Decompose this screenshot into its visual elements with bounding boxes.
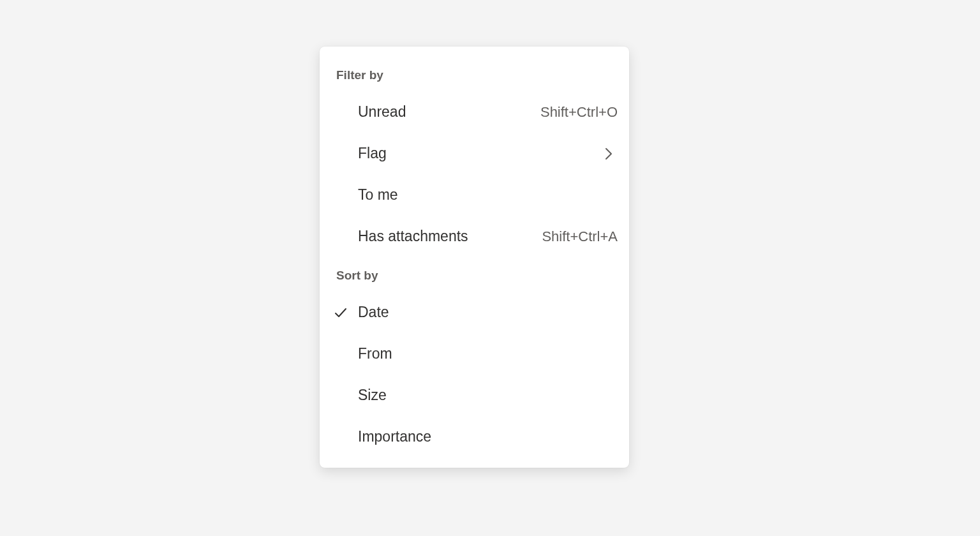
menu-item-label: Unread	[358, 103, 533, 121]
menu-item-label: Has attachments	[358, 228, 534, 245]
checkmark-icon	[334, 306, 358, 320]
sort-importance[interactable]: Importance	[320, 416, 629, 458]
filter-has-attachments[interactable]: Has attachments Shift+Ctrl+A	[320, 216, 629, 257]
sort-date[interactable]: Date	[320, 292, 629, 333]
filter-flag[interactable]: Flag	[320, 133, 629, 174]
menu-item-label: Flag	[358, 145, 600, 162]
menu-item-label: From	[358, 345, 618, 362]
chevron-right-icon	[600, 147, 618, 161]
menu-item-label: To me	[358, 186, 618, 204]
keyboard-shortcut: Shift+Ctrl+A	[542, 228, 618, 245]
sort-by-header: Sort by	[320, 257, 629, 292]
sort-from[interactable]: From	[320, 333, 629, 375]
menu-item-label: Date	[358, 304, 618, 321]
keyboard-shortcut: Shift+Ctrl+O	[540, 104, 618, 121]
sort-size[interactable]: Size	[320, 375, 629, 416]
filter-to-me[interactable]: To me	[320, 174, 629, 216]
menu-item-label: Size	[358, 387, 618, 404]
filter-sort-menu: Filter by Unread Shift+Ctrl+O Flag To me…	[320, 47, 629, 468]
menu-item-label: Importance	[358, 428, 618, 445]
filter-by-header: Filter by	[320, 57, 629, 91]
filter-unread[interactable]: Unread Shift+Ctrl+O	[320, 91, 629, 133]
